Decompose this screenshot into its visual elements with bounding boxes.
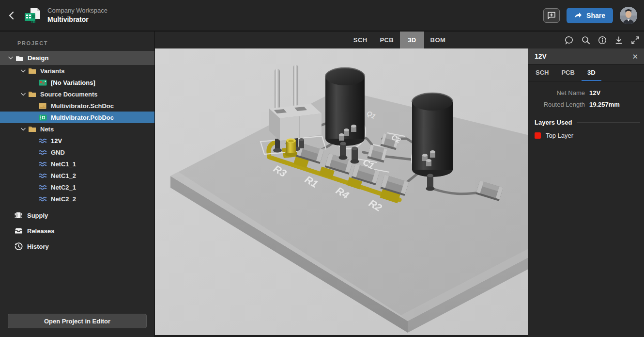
- section-rule: [577, 122, 640, 123]
- field-value: 12V: [589, 89, 600, 96]
- tree-item-label: NetC1_1: [51, 160, 76, 168]
- breadcrumb: Company Workspace Multivibrator: [47, 6, 107, 24]
- view-tabbar: SCHPCB3DBOM: [155, 32, 644, 48]
- user-avatar[interactable]: [620, 7, 637, 24]
- tree-item-label: Variants: [40, 67, 65, 75]
- expand-chevron[interactable]: [18, 128, 28, 131]
- tree-item-netc1-1[interactable]: NetC1_1: [0, 158, 154, 170]
- net-panel-fields: Net Name12VRouted Length19.257mm: [528, 81, 644, 110]
- share-label: Share: [586, 12, 605, 19]
- tree-item-12v[interactable]: 12V: [0, 135, 154, 146]
- view-tab-pcb[interactable]: PCB: [374, 32, 400, 48]
- net-panel-tab-3d[interactable]: 3D: [582, 64, 601, 81]
- net-icon: [39, 149, 47, 156]
- sidebar-item-label: Supply: [27, 212, 48, 219]
- viewport-bottom-edge: [155, 335, 528, 337]
- net-panel-title: 12V: [535, 52, 547, 60]
- sidebar-item-history[interactable]: History: [0, 239, 154, 254]
- chevron-down-icon: [21, 69, 26, 73]
- tree-item-multivibrator-pcbdoc[interactable]: Multivibrator.PcbDoc: [0, 112, 154, 123]
- close-icon[interactable]: ✕: [632, 53, 638, 60]
- inbox-icon: [15, 227, 23, 235]
- workspace-name: Company Workspace: [47, 6, 107, 15]
- search-button[interactable]: [580, 34, 592, 46]
- view-tab-bom[interactable]: BOM: [424, 32, 452, 48]
- tree-item-no-variations[interactable]: [No Variations]: [0, 77, 154, 88]
- tree-item-gnd[interactable]: GND: [0, 146, 154, 158]
- app-header: Company Workspace Multivibrator Share: [0, 0, 644, 32]
- share-button[interactable]: Share: [567, 8, 613, 23]
- page-title: Multivibrator: [47, 15, 107, 24]
- share-icon: [574, 12, 582, 19]
- tree-item-multivibrator-schdoc[interactable]: Multivibrator.SchDoc: [0, 100, 154, 112]
- search-icon: [582, 36, 590, 45]
- pcbdoc-icon: [39, 114, 47, 121]
- download-icon: [614, 36, 623, 45]
- folder-icon: [28, 67, 36, 74]
- layers-list: Top Layer: [528, 126, 644, 145]
- layers-used-section: Layers Used: [535, 119, 640, 126]
- open-project-in-editor-button[interactable]: Open Project in Editor: [8, 314, 147, 328]
- comment-plus-icon: [547, 12, 556, 19]
- history-clock-icon: [15, 242, 23, 251]
- tree-item-nets[interactable]: Nets: [0, 123, 154, 135]
- tree-item-netc2-1[interactable]: NetC2_1: [0, 181, 154, 193]
- view-tab-3d[interactable]: 3D: [400, 32, 424, 48]
- tree-item-design[interactable]: Design: [0, 51, 154, 65]
- net-icon: [39, 160, 47, 168]
- info-icon: [598, 36, 607, 45]
- tree-item-netc1-2[interactable]: NetC1_2: [0, 170, 154, 181]
- view-tabs: SCHPCB3DBOM: [347, 32, 452, 48]
- altium-365-viewer: Company Workspace Multivibrator Share: [0, 0, 644, 337]
- tree-item-label: Multivibrator.PcbDoc: [51, 114, 114, 121]
- sidebar-item-label: Releases: [27, 227, 54, 235]
- sidebar-section-label: PROJECT: [0, 32, 154, 51]
- add-comment-button[interactable]: [543, 8, 560, 23]
- layer-color-swatch: [535, 132, 541, 139]
- net-icon: [39, 173, 47, 179]
- chevron-down-icon: [21, 93, 26, 96]
- folder-icon: [28, 67, 37, 75]
- project-icon: [22, 5, 43, 26]
- field-row-routed-length: Routed Length19.257mm: [532, 101, 640, 108]
- back-button[interactable]: [3, 6, 19, 25]
- avatar-image: [620, 7, 637, 24]
- tree-item-netc2-2[interactable]: NetC2_2: [0, 193, 154, 205]
- expand-chevron[interactable]: [18, 93, 28, 96]
- expand-chevron[interactable]: [6, 56, 15, 60]
- capacitor-c2-3d: [412, 93, 453, 177]
- folder-icon: [28, 125, 37, 133]
- view-tab-sch[interactable]: SCH: [347, 32, 374, 48]
- sidebar-item-supply[interactable]: Supply: [0, 208, 154, 223]
- layer-row-top-layer: Top Layer: [535, 132, 637, 139]
- net-icon: [39, 148, 47, 156]
- net-panel-tabs: SCHPCB3D: [528, 64, 644, 81]
- tree-item-variants[interactable]: Variants: [0, 65, 154, 77]
- net-panel-tab-sch[interactable]: SCH: [530, 64, 554, 81]
- fullscreen-button[interactable]: [629, 34, 641, 46]
- expand-chevron[interactable]: [18, 69, 28, 73]
- comments-button[interactable]: [564, 34, 575, 46]
- sidebar-item-releases[interactable]: Releases: [0, 223, 154, 239]
- chevron-down-icon: [21, 128, 26, 131]
- tree-item-source-documents[interactable]: Source Documents: [0, 88, 154, 100]
- variant-icon: [39, 80, 47, 86]
- net-panel-header: 12V ✕: [528, 48, 644, 64]
- info-button[interactable]: [597, 34, 608, 46]
- tree-item-label: Design: [28, 54, 48, 62]
- download-button[interactable]: [613, 34, 625, 46]
- tree-item-label: NetC2_1: [51, 184, 76, 191]
- folder-icon: [15, 55, 24, 62]
- tree-item-label: GND: [51, 149, 65, 156]
- net-icon: [39, 138, 47, 144]
- project-sidebar: PROJECT DesignVariants[No Variations]Sou…: [0, 32, 155, 337]
- net-panel-tab-pcb[interactable]: PCB: [555, 64, 580, 81]
- net-icon: [39, 196, 47, 202]
- folder-icon: [28, 91, 36, 97]
- releases-inbox-icon: [15, 227, 23, 234]
- folder-white-icon: [15, 54, 24, 62]
- highlighted-pin-12v: [285, 139, 297, 157]
- tree-item-label: Source Documents: [40, 91, 97, 98]
- pcb-3d-viewport[interactable]: Q1: [155, 48, 528, 337]
- layers-used-label: Layers Used: [535, 119, 572, 126]
